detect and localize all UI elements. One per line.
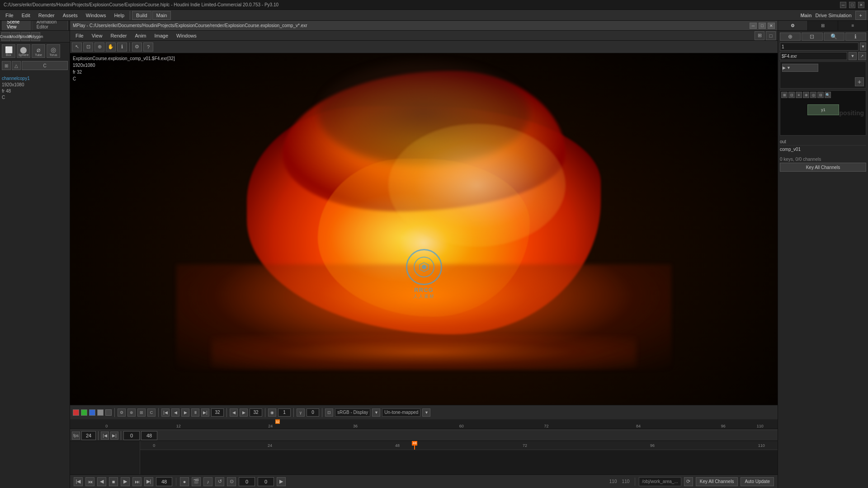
rpanel-frame-input[interactable] xyxy=(780,42,859,51)
rpanel-add-btn[interactable]: + xyxy=(855,77,864,86)
menu-file[interactable]: File xyxy=(2,10,17,20)
flip-btn[interactable]: ⊞ xyxy=(137,408,146,417)
anim-editor-tab[interactable]: Animation Editor xyxy=(32,21,68,30)
blue-channel-swatch[interactable] xyxy=(89,409,95,416)
luma-swatch[interactable] xyxy=(105,409,112,416)
main-tab[interactable]: Main xyxy=(152,11,171,20)
scene-view-tab[interactable]: Scene View xyxy=(2,21,31,30)
node-tb-1[interactable]: ⊞ xyxy=(781,92,788,98)
settings-icon[interactable]: ⚙ xyxy=(132,42,142,52)
sphere-primitive[interactable]: ⬤ Sphere xyxy=(17,44,30,58)
gamma-btn[interactable]: γ xyxy=(297,408,305,417)
tonemap-arrow[interactable]: ▼ xyxy=(422,408,430,417)
menu-assets[interactable]: Assets xyxy=(59,10,81,20)
help-icon[interactable]: ? xyxy=(143,42,153,52)
play-fwd-btn[interactable]: ▶ xyxy=(121,477,130,486)
rpanel-browse-btn[interactable]: ▼ xyxy=(849,52,857,60)
zoom-btn[interactable]: ⊕ xyxy=(127,408,136,417)
right-tab-3[interactable]: ≡ xyxy=(838,21,868,30)
rpanel-icon-2[interactable]: ⊡ xyxy=(802,33,822,41)
arrow-tool[interactable]: ↖ xyxy=(72,42,82,52)
record-btn[interactable]: ● xyxy=(180,477,189,486)
prev-key-btn[interactable]: |◀ xyxy=(74,477,83,486)
add-tab-button[interactable]: + xyxy=(855,11,866,20)
green-channel-swatch[interactable] xyxy=(81,409,87,416)
node-tb-3[interactable]: ≡ xyxy=(796,92,802,98)
node-tb-7[interactable]: 🔍 xyxy=(825,92,831,98)
crop-tool[interactable]: ⊡ xyxy=(83,42,93,52)
path-nav-btn[interactable]: ⟳ xyxy=(684,477,693,486)
menu-render[interactable]: Render xyxy=(35,10,58,20)
goto-start-btn[interactable]: |◀ xyxy=(161,408,170,417)
stop-btn[interactable]: ■ xyxy=(109,477,118,486)
node-tb-5[interactable]: ◎ xyxy=(810,92,816,98)
layer-icon[interactable]: ⊞ xyxy=(2,61,11,70)
geo-icon[interactable]: △ xyxy=(12,61,21,70)
pan-tool[interactable]: ✋ xyxy=(106,42,116,52)
key-all-btn[interactable]: Key All Channels xyxy=(780,163,866,172)
node-tb-4[interactable]: ⊕ xyxy=(803,92,809,98)
path-display[interactable]: /obj/work_area_... xyxy=(639,477,681,486)
rpanel-pick-btn[interactable]: ↗ xyxy=(858,52,866,60)
comp-node[interactable]: y1 xyxy=(807,104,839,115)
auto-update-button[interactable]: Auto Update xyxy=(741,477,774,486)
polygon-mode-btn[interactable]: Polygon xyxy=(31,32,40,41)
alpha-channel-swatch[interactable] xyxy=(97,409,104,416)
modify-mode-btn[interactable]: Modify xyxy=(11,32,20,41)
zoom-tool[interactable]: ⊕ xyxy=(94,42,104,52)
play-btn[interactable]: ▶ xyxy=(181,408,189,417)
mplay-menu-anim[interactable]: Anim xyxy=(131,31,150,40)
minimize-button[interactable]: ─ xyxy=(840,2,846,8)
menu-help[interactable]: Help xyxy=(110,10,128,20)
anim-btn[interactable]: 🎬 xyxy=(192,477,201,486)
channel-view-btn[interactable]: C xyxy=(147,408,156,417)
view-fit-icon[interactable]: ⊞ xyxy=(755,31,764,40)
tonemap-display[interactable]: Un-tone-mapped xyxy=(382,408,420,417)
box-primitive[interactable]: ⬜ Box xyxy=(2,44,15,58)
right-tab-main[interactable]: ⚙ xyxy=(778,21,808,30)
menu-edit[interactable]: Edit xyxy=(18,10,34,20)
rpanel-icon-3[interactable]: 🔍 xyxy=(824,33,844,41)
sound-btn[interactable]: ♪ xyxy=(203,477,212,486)
rpanel-frame-arrow[interactable]: ▼ xyxy=(860,42,866,51)
next-frame-btn[interactable]: ▶ xyxy=(240,408,248,417)
rpanel-icon-4[interactable]: ℹ xyxy=(845,33,866,41)
close-button[interactable]: ✕ xyxy=(858,2,864,8)
next-key-btn[interactable]: ▶| xyxy=(144,477,153,486)
go-end-btn[interactable]: ⏭ xyxy=(132,477,142,486)
step-fwd-btn[interactable]: ▶| xyxy=(201,408,209,417)
anim-playhead[interactable]: 48 xyxy=(414,441,415,450)
colorspace-display[interactable]: sRGB - Display xyxy=(335,408,370,417)
torus-primitive[interactable]: ◎ Torus xyxy=(47,44,60,58)
play-back-btn[interactable]: ◀ xyxy=(97,477,106,486)
play-btn-2[interactable]: ▶ xyxy=(277,477,286,486)
colorspace-arrow[interactable]: ▼ xyxy=(372,408,380,417)
menu-windows[interactable]: Windows xyxy=(82,10,110,20)
create-mode-btn[interactable]: Create xyxy=(1,32,10,41)
loop-btn[interactable]: ↺ xyxy=(215,477,224,486)
pause-btn[interactable]: ⏸ xyxy=(191,408,199,417)
tube-primitive[interactable]: ⌀ Tube xyxy=(32,44,45,58)
mplay-maximize[interactable]: □ xyxy=(759,23,766,29)
lut-btn[interactable]: ⊡ xyxy=(325,408,333,417)
red-channel-swatch[interactable] xyxy=(73,409,79,416)
mplay-playhead[interactable]: 32 xyxy=(275,419,280,424)
mplay-menu-view[interactable]: View xyxy=(88,31,106,40)
step-back-btn[interactable]: ◀ xyxy=(171,408,179,417)
node-tb-2[interactable]: ⊡ xyxy=(788,92,795,98)
mplay-close[interactable]: ✕ xyxy=(768,23,775,29)
maximize-button[interactable]: □ xyxy=(849,2,855,8)
rpanel-combo-btn[interactable]: ▶ ▼ xyxy=(782,64,818,72)
mplay-menu-file[interactable]: File xyxy=(72,31,87,40)
mplay-menu-image[interactable]: Image xyxy=(151,31,172,40)
prev-frame-btn[interactable]: ◀ xyxy=(230,408,238,417)
build-button[interactable]: Build xyxy=(132,11,151,20)
right-tab-2[interactable]: ⊞ xyxy=(808,21,838,30)
view-single-icon[interactable]: □ xyxy=(766,31,776,40)
anim-next-key[interactable]: ▶| xyxy=(110,432,118,440)
settings-btn[interactable]: ⚙ xyxy=(118,408,126,417)
anim-fps-icon[interactable]: fps xyxy=(72,432,80,440)
realtime-btn[interactable]: ⊙ xyxy=(227,477,236,486)
key-all-channels-button[interactable]: Key All Channels xyxy=(696,477,738,486)
mplay-menu-windows[interactable]: Windows xyxy=(173,31,200,40)
